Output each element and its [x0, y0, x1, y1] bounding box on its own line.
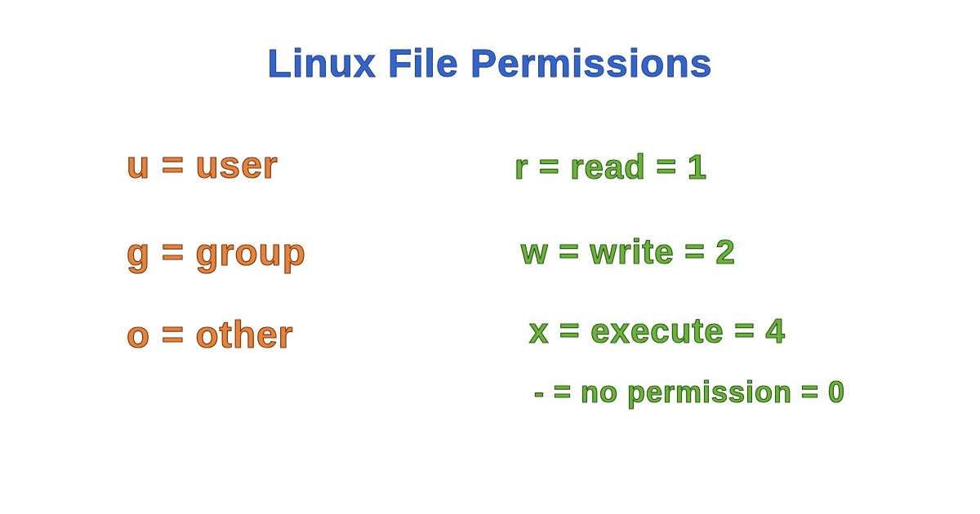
permission-types-column: r = read = 1 w = write = 2 x = execute =…	[514, 147, 845, 410]
permission-write: w = write = 2	[514, 232, 845, 273]
owner-types-column: u = user g = group o = other	[127, 143, 306, 358]
owner-group: g = group	[127, 230, 306, 275]
owner-user: u = user	[127, 143, 306, 188]
diagram-title: Linux File Permissions	[268, 41, 713, 86]
owner-other: o = other	[127, 312, 306, 357]
permission-execute: x = execute = 4	[514, 311, 845, 352]
permission-none: - = no permission = 0	[514, 374, 845, 410]
permission-read: r = read = 1	[514, 147, 845, 188]
